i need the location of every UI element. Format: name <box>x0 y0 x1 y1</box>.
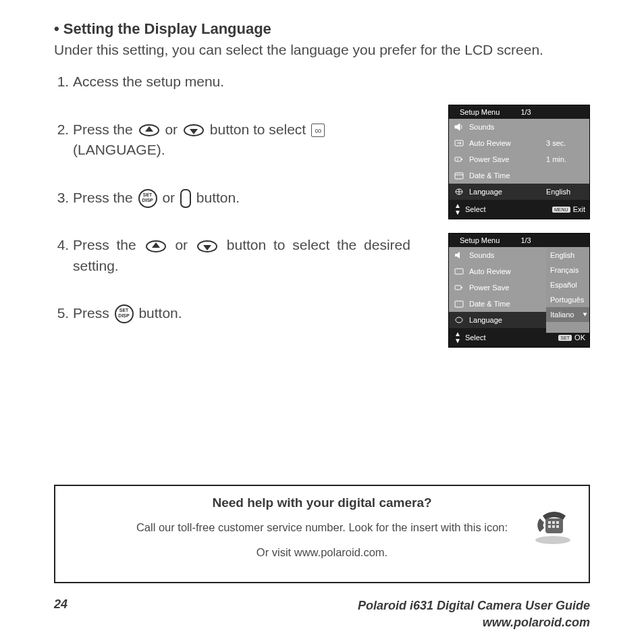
power-icon <box>453 283 465 292</box>
step-3: Press the SETDISP or button. <box>73 188 410 208</box>
svg-rect-20 <box>455 301 463 307</box>
step-3-text-b: or <box>162 190 175 205</box>
svg-rect-19 <box>461 287 462 288</box>
svg-rect-29 <box>556 525 559 528</box>
menu-title: Setup Menu <box>460 108 500 116</box>
svg-rect-11 <box>461 159 462 160</box>
step-3-text-a: Press the <box>73 190 133 205</box>
svg-rect-26 <box>556 521 559 524</box>
menu-label: Power Save <box>465 155 546 163</box>
lang-icon <box>453 315 465 325</box>
section-title: • Setting the Display Language <box>54 20 590 38</box>
svg-rect-24 <box>548 521 551 524</box>
option-portugues: Português <box>546 292 589 307</box>
speaker-icon <box>453 250 465 260</box>
updown-arrows-icon: ▲▼ <box>454 331 461 344</box>
menu-label: Power Save <box>465 284 546 292</box>
footer-title: Polaroid i631 Digital Camera User Guide <box>358 599 590 612</box>
setup-menu-2: Setup Menu 1/3 Sounds Auto Review Power … <box>448 233 590 348</box>
menu-label: Sounds <box>465 251 546 259</box>
lang-icon <box>453 187 465 196</box>
menu-foot-btn: SET <box>558 335 572 341</box>
help-box: Need help with your digital camera? Call… <box>54 485 590 583</box>
step-1-text: Access the setup menu. <box>73 72 410 92</box>
set-disp-button-icon: SETDISP <box>138 189 157 208</box>
language-icon: ∞ <box>311 124 325 137</box>
setup-menu-1: Setup Menu 1/3 Sounds Auto Review 3 sec.… <box>448 105 590 219</box>
updown-arrows-icon: ▲▼ <box>454 203 461 216</box>
steps-list: Access the setup menu. Press the or butt… <box>54 72 410 323</box>
language-options: English Français Español Português Itali… <box>546 248 589 333</box>
menu-title-bar: Setup Menu 1/3 <box>449 105 589 119</box>
clock-icon <box>453 171 465 180</box>
option-italiano: Italiano <box>546 307 589 322</box>
up-button-icon <box>138 123 160 138</box>
menu-label: Sounds <box>465 123 546 131</box>
step-2-text-a: Press the <box>73 122 133 137</box>
down-button-icon <box>183 123 205 138</box>
up-button-icon <box>145 239 167 254</box>
power-icon: z <box>453 155 465 164</box>
svg-rect-13 <box>455 173 463 179</box>
section-intro: Under this setting, you can select the l… <box>54 41 590 59</box>
svg-rect-27 <box>548 525 551 528</box>
menu-value: 3 sec. <box>546 139 585 147</box>
menu-row-power-save: z Power Save 1 min. <box>449 151 589 167</box>
footer-url: www.polaroid.com <box>483 616 590 629</box>
down-button-icon <box>196 239 218 254</box>
help-line-1: Call our toll-free customer service numb… <box>69 521 575 534</box>
menu-footer: ▲▼ Select MENU Exit <box>449 200 589 219</box>
menu-label: Language <box>465 316 546 324</box>
menu-page-index: 1/3 <box>520 108 531 116</box>
menu-foot-action: Exit <box>573 205 585 213</box>
page-footer: 24 Polaroid i631 Digital Camera User Gui… <box>54 597 590 630</box>
manual-page: • Setting the Display Language Under thi… <box>0 0 644 644</box>
svg-rect-28 <box>552 525 555 528</box>
review-icon <box>453 138 465 148</box>
menu-foot-btn: MENU <box>552 207 570 213</box>
speaker-icon <box>453 122 465 132</box>
svg-marker-8 <box>455 124 460 130</box>
option-espanol: Español <box>546 277 589 292</box>
menu-row-datetime: Date & Time <box>449 167 589 184</box>
help-line-2: Or visit www.polaroid.com. <box>69 546 575 559</box>
step-2-text-b: or <box>165 122 178 137</box>
help-title: Need help with your digital camera? <box>69 495 575 510</box>
menu-label: Date & Time <box>465 171 546 180</box>
step-5-text-a: Press <box>73 305 109 321</box>
menu-value: English <box>546 188 585 196</box>
step-2-text-d: (LANGUAGE). <box>73 140 410 160</box>
menu-label: Date & Time <box>465 300 546 308</box>
svg-marker-16 <box>455 252 460 259</box>
step-5-text-b: button. <box>138 305 182 321</box>
menu-label: Auto Review <box>465 139 546 147</box>
step-4-text-a: Press the <box>73 237 136 252</box>
set-disp-button-icon: SETDISP <box>115 304 134 323</box>
step-3-text-c: button. <box>196 190 240 205</box>
page-number: 24 <box>54 597 68 612</box>
menu-label: Language <box>465 188 546 196</box>
menu-row-language: Language English <box>449 184 589 200</box>
svg-rect-25 <box>552 521 555 524</box>
option-francais: Français <box>546 263 589 277</box>
svg-text:z: z <box>457 157 459 161</box>
right-button-icon <box>180 189 191 208</box>
clock-icon <box>453 299 465 308</box>
step-5: Press SETDISP button. <box>73 303 410 323</box>
menu-row-sounds: Sounds <box>449 119 589 135</box>
option-english: English <box>546 248 589 263</box>
phone-icon <box>527 505 579 545</box>
review-icon <box>453 267 465 276</box>
menu-label: Auto Review <box>465 267 546 275</box>
screenshots: Setup Menu 1/3 Sounds Auto Review 3 sec.… <box>448 105 590 361</box>
menu-foot-select: Select <box>465 205 486 213</box>
step-4-text-b: or <box>175 237 188 252</box>
menu-page-index: 1/3 <box>520 236 531 244</box>
svg-rect-17 <box>455 269 463 274</box>
menu-title-bar: Setup Menu 1/3 <box>449 234 589 247</box>
step-2: Press the or button to select ∞ (LANGUAG… <box>73 119 410 161</box>
menu-foot-select: Select <box>465 333 486 342</box>
menu-value: 1 min. <box>546 155 585 163</box>
svg-rect-18 <box>455 286 461 290</box>
menu-title: Setup Menu <box>460 236 500 244</box>
